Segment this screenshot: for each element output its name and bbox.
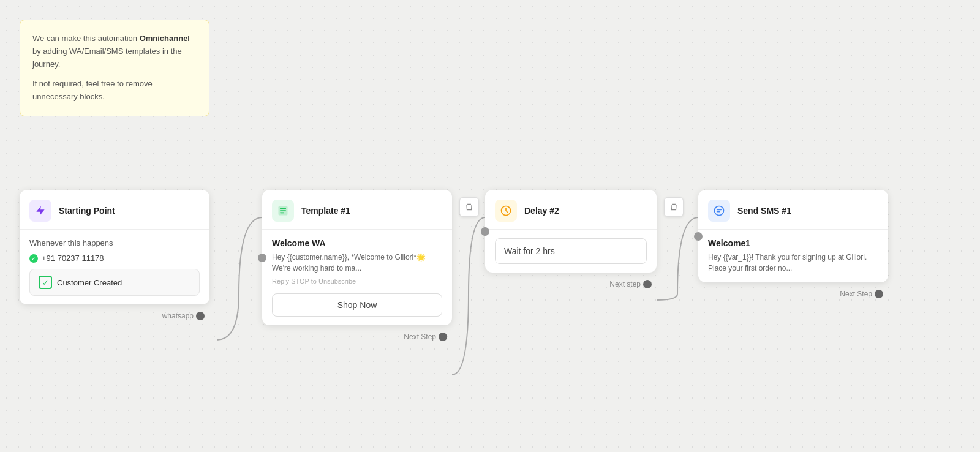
delay2-header: Delay #2 xyxy=(485,190,657,230)
phone-number: +91 70237 11178 xyxy=(42,254,104,263)
template1-input-dot xyxy=(258,254,266,262)
svg-rect-3 xyxy=(280,213,284,214)
starting-point-node: Starting Point Whenever this happens ✓ +… xyxy=(20,190,209,304)
template1-body: Welcome WA Hey {{customer.name}}, *Welco… xyxy=(262,230,452,325)
delay2-delete-button[interactable] xyxy=(664,197,684,217)
sms1-header: Send SMS #1 xyxy=(698,190,888,230)
template1-next-step-label: Next Step xyxy=(404,333,447,341)
sms1-icon xyxy=(708,200,730,222)
svg-rect-1 xyxy=(280,208,286,209)
template1-title: Template #1 xyxy=(301,206,350,216)
svg-rect-2 xyxy=(280,210,286,211)
sms1-msg-body: Hey {{var_1}}! Thank you for signing up … xyxy=(708,252,878,274)
delay2-body: Wait for 2 hrs xyxy=(485,230,657,273)
send-sms1-node: Send SMS #1 Welcome1 Hey {{var_1}}! Than… xyxy=(698,190,888,282)
trigger-label: Customer Created xyxy=(57,278,122,287)
template1-next-dot xyxy=(439,333,447,341)
sms1-input-dot xyxy=(694,232,703,241)
template1-msg-body: Hey {{customer.name}}, *Welcome to Gillo… xyxy=(272,252,442,274)
happens-label: Whenever this happens xyxy=(29,238,200,247)
svg-point-5 xyxy=(715,206,724,216)
template1-delete-button[interactable] xyxy=(459,197,479,217)
info-text-2: If not required, feel free to remove unn… xyxy=(32,78,197,104)
shop-now-button[interactable]: Shop Now xyxy=(272,293,442,317)
info-text-1: We can make this automation Omnichannel … xyxy=(32,32,197,70)
wait-box[interactable]: Wait for 2 hrs xyxy=(495,238,647,264)
template1-header: Template #1 xyxy=(262,190,452,230)
starting-point-icon xyxy=(29,200,51,222)
delay2-title: Delay #2 xyxy=(524,206,559,216)
template1-icon xyxy=(272,200,294,222)
template1-node: Template #1 Welcome WA Hey {{customer.na… xyxy=(262,190,452,325)
omnichannel-emphasis: Omnichannel xyxy=(140,34,190,43)
sms1-body: Welcome1 Hey {{var_1}}! Thank you for si… xyxy=(698,230,888,282)
starting-point-header: Starting Point xyxy=(20,190,209,230)
wait-text: Wait for 2 hrs xyxy=(504,246,555,256)
starting-point-title: Starting Point xyxy=(59,206,115,216)
delay2-icon xyxy=(495,200,517,222)
whatsapp-icon: ✓ xyxy=(29,254,38,263)
sms1-next-dot xyxy=(875,290,883,298)
sms1-next-step-label: Next Step xyxy=(840,290,883,298)
whatsapp-connector-dot xyxy=(196,312,205,320)
delay2-node: Delay #2 Wait for 2 hrs Next step xyxy=(485,190,657,273)
trigger-badge[interactable]: ✓ Customer Created xyxy=(29,269,200,296)
template1-msg-title: Welcome WA xyxy=(272,238,442,248)
delay2-next-step-label: Next step xyxy=(609,280,652,288)
delay2-input-dot xyxy=(481,227,489,236)
sms1-msg-title: Welcome1 xyxy=(708,238,878,248)
sms1-title: Send SMS #1 xyxy=(737,206,791,216)
template1-unsub: Reply STOP to Unsubscribe xyxy=(272,277,442,285)
delay2-next-dot xyxy=(643,280,652,288)
whatsapp-connector-label: whatsapp xyxy=(162,312,205,320)
info-box: We can make this automation Omnichannel … xyxy=(20,20,209,116)
trigger-check-icon: ✓ xyxy=(39,276,52,289)
starting-point-body: Whenever this happens ✓ +91 70237 11178 … xyxy=(20,230,209,304)
phone-row: ✓ +91 70237 11178 xyxy=(29,254,200,263)
